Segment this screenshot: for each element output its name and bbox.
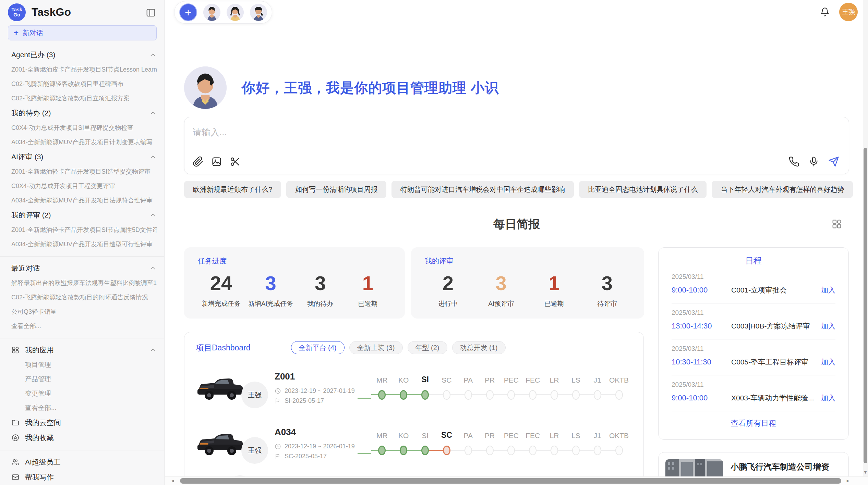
sidebar-task-item[interactable]: Z001-全新燃油轻卡产品开发项目SI节点属性5D文件评审 — [11, 223, 157, 237]
scroll-down-arrow[interactable]: ▼ — [863, 470, 868, 475]
sidebar-item-folder-icon[interactable]: 我的云空间 — [11, 415, 157, 430]
milestone-node[interactable] — [400, 390, 407, 400]
sidebar-task-item[interactable]: Z001-全新燃油皮卡产品开发项目SI节点Lesson Learn报告 — [11, 62, 157, 77]
project-code[interactable]: Z001 — [275, 371, 358, 382]
collapse-sidebar-icon[interactable] — [146, 8, 156, 18]
new-chat-button[interactable]: + 新对话 — [8, 25, 157, 40]
image-icon[interactable] — [211, 156, 222, 167]
scroll-right-arrow[interactable]: ► — [846, 478, 850, 483]
suggestion-chip[interactable]: 当下年轻人对汽车外观有怎样的喜好趋势 — [712, 181, 853, 198]
join-link[interactable]: 加入 — [821, 393, 835, 403]
vertical-scrollbar[interactable]: ▼ — [863, 0, 868, 485]
scroll-left-arrow[interactable]: ◄ — [170, 478, 175, 483]
milestone-node[interactable] — [594, 390, 601, 400]
milestone-node[interactable] — [465, 390, 472, 400]
agent-avatar-2[interactable] — [227, 4, 244, 21]
add-agent-button[interactable]: + — [179, 3, 197, 21]
milestone-label: LS — [565, 425, 587, 440]
sidebar-task-item[interactable]: A034-全新新能源MUV产品开发项目计划变更表编写 — [11, 135, 157, 149]
phone-icon[interactable] — [788, 156, 799, 167]
suggestion-chip[interactable]: 如何写一份清晰的项目周报 — [286, 181, 386, 198]
sidebar-item-badge-icon[interactable]: 我的收藏 — [11, 430, 157, 445]
schedule-item: 2025/03/1113:00-14:30C003|H0B-方案冻结评审加入 — [672, 303, 835, 339]
sidebar-tool-write-icon[interactable]: 帮我写作 — [11, 470, 157, 485]
milestone-node[interactable] — [507, 390, 515, 400]
milestone-node[interactable] — [400, 446, 407, 455]
chevron-up-icon[interactable] — [149, 346, 157, 354]
dashboard-filter-pill[interactable]: 年型 (2) — [408, 341, 447, 354]
join-link[interactable]: 加入 — [821, 285, 835, 295]
recent-chat-item[interactable]: 解释最新出台的欧盟报废车法规再生塑料比例被调至15%... — [11, 276, 157, 290]
app-sub-item[interactable]: 项目管理 — [11, 358, 157, 372]
milestone-node[interactable] — [378, 446, 386, 455]
milestone-node[interactable] — [486, 446, 494, 455]
dashboard-filter-pill[interactable]: 全新平台 (4) — [291, 341, 345, 354]
app-sub-item[interactable]: 产品管理 — [11, 372, 157, 386]
milestone-node[interactable] — [551, 446, 558, 455]
message-input[interactable] — [193, 125, 741, 140]
microphone-icon[interactable] — [808, 156, 819, 167]
vertical-scrollbar-thumb[interactable] — [864, 148, 867, 463]
suggestion-chip[interactable]: 特朗普可能对进口汽车增税会对中国车企造成哪些影响 — [391, 181, 574, 198]
user-avatar[interactable]: 王强 — [839, 3, 858, 21]
chevron-up-icon[interactable] — [149, 109, 157, 117]
recent-chat-item[interactable]: 查看全部... — [11, 319, 157, 333]
chevron-up-icon[interactable] — [149, 153, 157, 161]
sidebar-task-item[interactable]: A034-全新新能源MUV产品开发项目造型可行性评审 — [11, 237, 157, 251]
milestone-pr: PR — [479, 369, 501, 406]
milestone-node[interactable] — [615, 446, 623, 455]
milestone-node[interactable] — [529, 446, 537, 455]
agent-avatar-3[interactable] — [250, 4, 267, 21]
milestone-node[interactable] — [615, 390, 623, 400]
recent-chat-item[interactable]: C02-飞腾新能源轻客改款项目的闭环通告反馈情况 — [11, 290, 157, 304]
agent-avatar-1[interactable] — [203, 4, 220, 21]
milestone-node[interactable] — [594, 446, 601, 455]
sidebar-task-item[interactable]: A034-全新新能源MUV产品开发项目法规符合性评审 — [11, 193, 157, 208]
sidebar-task-item[interactable]: C02-飞腾新能源轻客改款项目立项汇报方案 — [11, 91, 157, 105]
milestone-node[interactable] — [378, 390, 386, 400]
milestone-node[interactable] — [572, 446, 580, 455]
recent-chat-item[interactable]: 公司Q3轻卡销量 — [11, 304, 157, 319]
milestone-node[interactable] — [465, 446, 472, 455]
my-apps-header[interactable]: 我的应用 — [11, 343, 157, 358]
suggestion-chip[interactable]: 比亚迪全固态电池计划具体说了什么 — [579, 181, 707, 198]
horizontal-scrollbar-thumb[interactable] — [180, 478, 841, 484]
horizontal-scrollbar[interactable]: ◄ ► — [165, 476, 868, 485]
notification-bell-icon[interactable] — [820, 7, 830, 17]
milestone-node[interactable] — [443, 390, 450, 400]
milestone-node[interactable] — [507, 446, 515, 455]
app-sub-item[interactable]: 变更管理 — [11, 386, 157, 401]
attach-icon[interactable] — [193, 156, 204, 167]
project-owner-badge: 王强 — [241, 382, 268, 408]
milestone-node[interactable] — [551, 390, 558, 400]
scissors-icon[interactable] — [230, 156, 241, 167]
chevron-up-icon[interactable] — [149, 264, 157, 272]
header-right: 王强 — [820, 3, 858, 21]
milestone-node[interactable] — [572, 390, 580, 400]
sidebar-tool-people-icon[interactable]: AI超级员工 — [11, 455, 157, 470]
app-sub-item[interactable]: 查看全部... — [11, 401, 157, 415]
sidebar-task-item[interactable]: C02-飞腾新能源轻客改款项目里程碑画布 — [11, 77, 157, 91]
chevron-up-icon[interactable] — [149, 211, 157, 219]
stat-metric: 1已逾期 — [533, 271, 575, 308]
sidebar-task-item[interactable]: C0X4-动力总成开发项目SI里程碑提交物检查 — [11, 121, 157, 135]
project-code[interactable]: A034 — [275, 427, 358, 437]
sidebar-task-item[interactable]: Z001-全新燃油轻卡产品开发项目SI造型提交物评审 — [11, 164, 157, 179]
join-link[interactable]: 加入 — [821, 357, 835, 367]
milestone-node[interactable] — [421, 390, 429, 400]
milestone-node[interactable] — [486, 390, 494, 400]
briefing-layout-icon[interactable] — [831, 219, 842, 229]
milestone-node[interactable] — [421, 446, 429, 455]
send-icon[interactable] — [828, 156, 839, 167]
milestone-node[interactable] — [443, 446, 450, 455]
sidebar-task-item[interactable]: C0X4-动力总成开发项目工程变更评审 — [11, 179, 157, 193]
sidebar-divider — [0, 338, 164, 338]
section-title: 我的待办 (2) — [11, 108, 51, 118]
join-link[interactable]: 加入 — [821, 321, 835, 331]
milestone-node[interactable] — [529, 390, 537, 400]
dashboard-filter-pill[interactable]: 全新上装 (3) — [349, 341, 403, 354]
view-all-schedule-link[interactable]: 查看所有日程 — [672, 411, 835, 435]
chevron-up-icon[interactable] — [149, 51, 157, 59]
suggestion-chip[interactable]: 欧洲新规最近颁布了什么? — [184, 181, 281, 198]
dashboard-filter-pill[interactable]: 动总开发 (1) — [452, 341, 506, 354]
